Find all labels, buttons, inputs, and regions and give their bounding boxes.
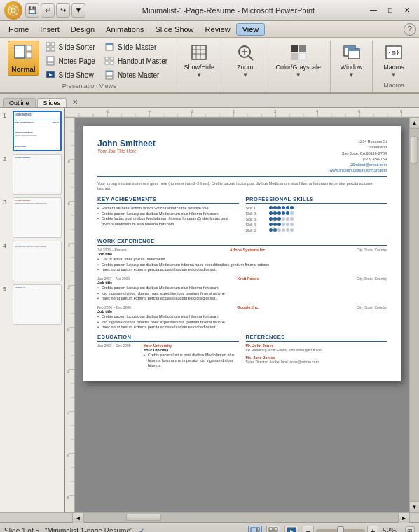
achievement-3: Crebis luctus post divibus Mediolanum hi… bbox=[97, 216, 239, 227]
zoom-track[interactable] bbox=[316, 529, 365, 533]
scroll-down-btn[interactable]: ▼ bbox=[410, 501, 420, 512]
slide-num-4: 4 bbox=[3, 242, 10, 249]
edu-bullet-1: Crebis pacem luctus post divibus Mediola… bbox=[144, 353, 239, 369]
menu-home[interactable]: Home bbox=[3, 24, 34, 35]
color-icon bbox=[289, 43, 308, 62]
slide-editing-canvas[interactable]: John Smitheet Your Job Title Here 1234 R… bbox=[75, 118, 409, 512]
dot bbox=[269, 228, 273, 232]
undo-btn[interactable]: ↩ bbox=[41, 4, 55, 18]
zoom-in-btn[interactable]: + bbox=[367, 526, 378, 533]
redo-btn[interactable]: ↪ bbox=[56, 4, 70, 18]
color-content: Color/Grayscale ▼ bbox=[271, 41, 325, 80]
maximize-btn[interactable]: □ bbox=[383, 4, 398, 17]
ruler-horizontal: -6 -4 -2 0 2 bbox=[65, 108, 419, 118]
edu-dates: Jan 2003 – Dec 2005 bbox=[97, 344, 139, 348]
macros-label: Macros bbox=[383, 64, 404, 71]
zoom-thumb[interactable] bbox=[337, 526, 344, 533]
skill-row-2: Skill 2 bbox=[246, 211, 387, 216]
slide-sorter-status-btn[interactable] bbox=[266, 526, 280, 533]
showhide-content: Show/Hide ▼ bbox=[180, 41, 219, 80]
zoom-fit-btn[interactable]: ⊞ bbox=[405, 526, 415, 533]
edu-col: Education Jan 2003 – Dec 2005 Your Unive… bbox=[97, 334, 239, 369]
notes-master-btn[interactable]: Notes Master bbox=[101, 69, 170, 81]
slide-preview-2[interactable]: SLIDE 2 CONTENT lorem ipsum text content… bbox=[13, 154, 62, 195]
color-btn[interactable]: Color/Grayscale ▼ bbox=[271, 41, 325, 80]
slide-thumb-2[interactable]: 2 SLIDE 2 CONTENT lorem ipsum text conte… bbox=[3, 154, 62, 195]
menu-design[interactable]: Design bbox=[65, 24, 100, 35]
normal-view-btn[interactable]: Normal bbox=[8, 41, 39, 76]
slide-master-btn[interactable]: Slide Master bbox=[101, 41, 170, 53]
close-btn[interactable]: ✕ bbox=[399, 4, 415, 17]
menu-review[interactable]: Review bbox=[200, 24, 236, 35]
ribbon-group-presentation-views: Normal Slide Sorter bbox=[4, 41, 174, 92]
menu-insert[interactable]: Insert bbox=[34, 24, 65, 35]
scroll-track[interactable] bbox=[410, 129, 419, 501]
scroll-up-btn[interactable]: ▲ bbox=[410, 118, 420, 129]
slides-tab[interactable]: Slides bbox=[37, 98, 67, 107]
menu-animations[interactable]: Animations bbox=[100, 24, 149, 35]
job1-location: City, State, Country bbox=[357, 248, 387, 252]
svg-text:8: 8 bbox=[67, 496, 69, 500]
slide-thumb-3[interactable]: 3 SLIDE 3 CONTENT lorem ipsum text conte… bbox=[3, 197, 62, 238]
svg-rect-117 bbox=[269, 528, 273, 531]
save-btn[interactable]: 💾 bbox=[25, 4, 39, 18]
showhide-arrow: ▼ bbox=[196, 72, 202, 78]
svg-rect-22 bbox=[106, 76, 113, 79]
zoom-out-btn[interactable]: − bbox=[303, 526, 314, 533]
work-entry-1: Jul 2009 – Present Adobe Systems Inc. Ci… bbox=[97, 248, 387, 273]
svg-rect-37 bbox=[344, 46, 355, 48]
slide-preview-3[interactable]: SLIDE 3 CONTENT lorem ipsum text content… bbox=[13, 197, 62, 238]
scroll-right-btn[interactable]: ► bbox=[398, 513, 409, 523]
zoom-slider: − + bbox=[303, 526, 378, 533]
dot bbox=[282, 206, 285, 209]
slide-show-label: Slide Show bbox=[59, 71, 94, 79]
slide-preview-4[interactable]: SLIDE 4 CONTENT lorem ipsum text content… bbox=[13, 241, 62, 281]
job2-title: Job title bbox=[97, 281, 387, 285]
outline-tab[interactable]: Outline bbox=[3, 98, 36, 107]
panel-close-btn[interactable]: ✕ bbox=[72, 98, 78, 106]
slide-sorter-btn[interactable]: Slide Sorter bbox=[42, 41, 98, 53]
svg-text:-6: -6 bbox=[106, 109, 110, 113]
dropdown-btn[interactable]: ▼ bbox=[71, 4, 85, 18]
svg-text:-6: -6 bbox=[67, 202, 70, 206]
scroll-thumb[interactable] bbox=[411, 136, 418, 164]
help-btn[interactable]: ? bbox=[404, 23, 416, 36]
showhide-label: Show/Hide bbox=[184, 64, 215, 71]
h-scroll-track[interactable] bbox=[84, 513, 398, 522]
job1-company: Adobe Systems Inc. bbox=[230, 248, 266, 252]
slide-preview-1[interactable]: JOHN SMITHEET Your Job Title Here KEY AC… bbox=[13, 111, 62, 151]
svg-rect-39 bbox=[348, 49, 359, 51]
slideshow-status-btn[interactable] bbox=[284, 526, 298, 533]
resume-contact: 1234 Resume St Streetland San Jose, CA 9… bbox=[329, 139, 387, 174]
showhide-btn[interactable]: Show/Hide ▼ bbox=[180, 41, 219, 80]
scrollbar-corner-left bbox=[0, 513, 73, 522]
dot bbox=[273, 206, 277, 209]
menu-view[interactable]: View bbox=[236, 23, 266, 36]
svg-text:4: 4 bbox=[67, 412, 69, 416]
h-scroll-thumb[interactable] bbox=[126, 514, 161, 521]
window-btn[interactable]: Window ▼ bbox=[336, 41, 367, 80]
scroll-left-btn[interactable]: ◄ bbox=[73, 513, 84, 523]
zoom-arrow: ▼ bbox=[242, 72, 248, 78]
slide-thumb-4[interactable]: 4 SLIDE 4 CONTENT lorem ipsum text conte… bbox=[3, 241, 62, 281]
showhide-icon bbox=[189, 43, 209, 62]
slide-show-btn[interactable]: Slide Show bbox=[42, 69, 98, 81]
dot bbox=[269, 206, 273, 209]
macros-btn[interactable]: {m} Macros ▼ bbox=[378, 41, 409, 80]
office-button[interactable]: O bbox=[4, 1, 22, 20]
svg-text:-2: -2 bbox=[190, 109, 194, 113]
dot bbox=[277, 217, 281, 220]
slide-canvas[interactable]: John Smitheet Your Job Title Here 1234 R… bbox=[83, 126, 401, 382]
slide-preview-5[interactable]: Certificate of... certificate content sl… bbox=[13, 284, 62, 325]
scrollbar-corner-right bbox=[409, 513, 419, 522]
normal-view-status-btn[interactable] bbox=[248, 526, 262, 533]
slide-thumb-1[interactable]: 1 JOHN SMITHEET Your Job Title Here KEY … bbox=[3, 111, 62, 151]
minimize-btn[interactable]: — bbox=[366, 4, 381, 17]
slide-master-icon bbox=[104, 41, 115, 52]
normal-label: Normal bbox=[11, 66, 35, 74]
handout-master-btn[interactable]: Handout Master bbox=[101, 55, 170, 67]
notes-page-btn[interactable]: Notes Page bbox=[42, 55, 98, 67]
menu-slideshow[interactable]: Slide Show bbox=[150, 24, 200, 35]
slide-thumb-5[interactable]: 5 Certificate of... certificate content … bbox=[3, 284, 62, 325]
zoom-btn[interactable]: Zoom ▼ bbox=[230, 41, 261, 80]
